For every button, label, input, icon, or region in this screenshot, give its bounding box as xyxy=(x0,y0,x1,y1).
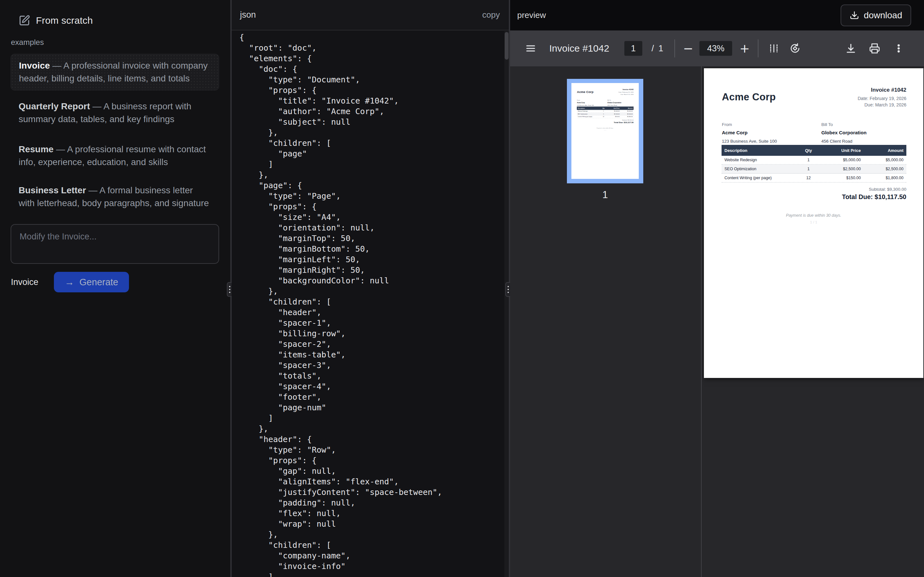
pdf-page-input[interactable]: 1 xyxy=(624,41,642,56)
printer-icon xyxy=(869,43,880,54)
invoice-page-indicator: 1 / 1 xyxy=(572,130,639,131)
invoice-meta: Invoice #1042 Date: February 19, 2026 Du… xyxy=(858,87,906,108)
invoice-page: Acme Corp Invoice #1042 Date: February 1… xyxy=(704,68,923,378)
hamburger-menu-icon xyxy=(525,43,536,53)
preview-header: preview download xyxy=(510,0,924,31)
from-name: Acme Corp xyxy=(722,130,777,135)
from-scratch-header[interactable]: From scratch xyxy=(19,15,93,26)
cell-qty: 1 xyxy=(600,113,607,114)
generate-button[interactable]: → Generate xyxy=(54,272,129,292)
invoice-sheet: Acme Corp Invoice #1042 Date: February 1… xyxy=(572,83,639,178)
pdf-page-divider: / xyxy=(652,44,654,53)
toolbar-divider xyxy=(758,39,758,57)
invoice-items-table: Description Qty Unit Price Amount Websit… xyxy=(722,145,906,183)
example-title: Invoice xyxy=(19,61,50,71)
zoom-level-input[interactable]: 43% xyxy=(699,41,732,56)
thumbnails-sidebar: Acme Corp Invoice #1042 Date: February 1… xyxy=(510,66,702,577)
invoice-footer-note: Payment is due within 30 days. xyxy=(572,127,639,129)
fit-to-page-button[interactable] xyxy=(768,43,779,54)
header-unit-price: Unit Price xyxy=(607,107,620,109)
pdf-menu-button[interactable] xyxy=(525,43,536,53)
document-scroll-area[interactable]: Acme Corp Invoice #1042 Date: February 1… xyxy=(702,66,924,577)
billto-name: Globex Corporation xyxy=(821,130,867,135)
zoom-out-button[interactable]: − xyxy=(683,41,693,55)
invoice-company-name: Acme Corp xyxy=(722,91,776,103)
rotate-icon xyxy=(790,43,800,54)
json-scrollbar-track xyxy=(504,31,509,577)
cell-unit-price: $5,000.00 xyxy=(819,158,861,162)
cell-qty: 12 xyxy=(600,116,607,117)
rotate-button[interactable] xyxy=(790,43,800,54)
json-editor-panel: json copy { "root": "doc", "elements": {… xyxy=(232,0,509,577)
invoice-meta: Invoice #1042 Date: February 19, 2026 Du… xyxy=(619,89,634,95)
generate-row: Invoice → Generate xyxy=(11,272,129,292)
download-button[interactable]: download xyxy=(841,5,911,26)
from-label: From xyxy=(722,122,777,127)
print-button[interactable] xyxy=(869,43,880,54)
invoice-date: Date: February 19, 2026 xyxy=(858,95,906,102)
pdf-download-button[interactable] xyxy=(845,43,856,54)
page-thumbnail-sheet: Acme Corp Invoice #1042 Date: February 1… xyxy=(572,83,639,179)
billto-label: Bill To xyxy=(607,100,621,101)
cell-qty: 1 xyxy=(798,158,819,162)
cell-description: Content Writing (per page) xyxy=(722,176,798,180)
cell-description: SEO Optimization xyxy=(577,113,600,114)
billto-address-1: 456 Client Road xyxy=(821,138,867,145)
cell-amount: $5,000.00 xyxy=(620,111,634,112)
page-thumbnail[interactable]: Acme Corp Invoice #1042 Date: February 1… xyxy=(567,79,643,183)
json-scrollbar-thumb[interactable] xyxy=(505,32,509,60)
cell-unit-price: $2,500.00 xyxy=(607,113,620,114)
download-icon xyxy=(850,11,859,20)
invoice-footer-note: Payment is due within 30 days. xyxy=(704,213,923,218)
toolbar-divider xyxy=(674,39,675,57)
header-description: Description xyxy=(722,148,798,153)
from-name: Acme Corp xyxy=(577,102,594,103)
invoice-page-indicator: 1 / 1 xyxy=(704,220,923,224)
json-panel-title: json xyxy=(240,10,256,20)
cell-unit-price: $2,500.00 xyxy=(819,167,861,171)
cell-qty: 1 xyxy=(798,167,819,171)
table-header-row: Description Qty Unit Price Amount xyxy=(577,106,634,110)
invoice-total-due: Total Due: $10,117.50 xyxy=(614,121,634,124)
kebab-menu-icon xyxy=(893,43,904,53)
cell-unit-price: $5,000.00 xyxy=(607,111,620,112)
example-item-invoice[interactable]: Invoice — A professional invoice with co… xyxy=(11,54,219,90)
preview-panel: preview download Invoice #1042 1 / 1 xyxy=(510,0,924,577)
from-address-1: 123 Business Ave, Suite 100 xyxy=(722,138,777,145)
more-options-button[interactable] xyxy=(893,43,904,53)
zoom-in-button[interactable]: + xyxy=(740,41,750,55)
cell-qty: 12 xyxy=(798,176,819,180)
arrow-right-icon: → xyxy=(65,277,74,287)
cell-amount: $1,800.00 xyxy=(620,116,634,117)
example-item-resume[interactable]: Resume — A professional resume with cont… xyxy=(11,138,219,174)
cell-description: Website Redesign xyxy=(722,158,798,162)
templates-sidebar: From scratch examples Invoice — A profes… xyxy=(0,0,230,577)
example-item-quarterly-report[interactable]: Quarterly Report — A business report wit… xyxy=(11,95,219,131)
cell-amount: $2,500.00 xyxy=(620,113,634,114)
table-row: Website Redesign 1 $5,000.00 $5,000.00 xyxy=(577,110,634,113)
invoice-number: Invoice #1042 xyxy=(858,87,906,93)
download-button-label: download xyxy=(864,10,902,21)
cell-description: SEO Optimization xyxy=(722,167,798,171)
thumbnail-sheet-host: Acme Corp Invoice #1042 Date: February 1… xyxy=(572,83,639,178)
cell-qty: 1 xyxy=(600,111,607,112)
example-title: Resume xyxy=(19,144,53,154)
header-amount: Amount xyxy=(620,107,634,109)
example-title: Business Letter xyxy=(19,185,86,195)
billto-name: Globex Corporation xyxy=(607,102,621,103)
pdf-page-total: 1 xyxy=(658,44,663,53)
invoice-number: Invoice #1042 xyxy=(619,89,634,91)
cell-amount: $1,800.00 xyxy=(861,176,906,180)
json-code-view[interactable]: { "root": "doc", "elements": { "doc": { … xyxy=(239,32,502,577)
modify-prompt-input[interactable] xyxy=(11,224,219,264)
edit-square-icon xyxy=(19,15,30,26)
billto-label: Bill To xyxy=(821,122,867,127)
copy-json-button[interactable]: copy xyxy=(482,10,500,20)
examples-section-label: examples xyxy=(11,38,44,47)
cell-unit-price: $150.00 xyxy=(607,116,620,117)
header-description: Description xyxy=(577,107,600,109)
table-row: Website Redesign 1 $5,000.00 $5,000.00 xyxy=(722,156,906,165)
example-item-business-letter[interactable]: Business Letter — A formal business lett… xyxy=(11,179,219,215)
header-amount: Amount xyxy=(861,148,906,153)
invoice-sheet: Acme Corp Invoice #1042 Date: February 1… xyxy=(704,68,923,378)
